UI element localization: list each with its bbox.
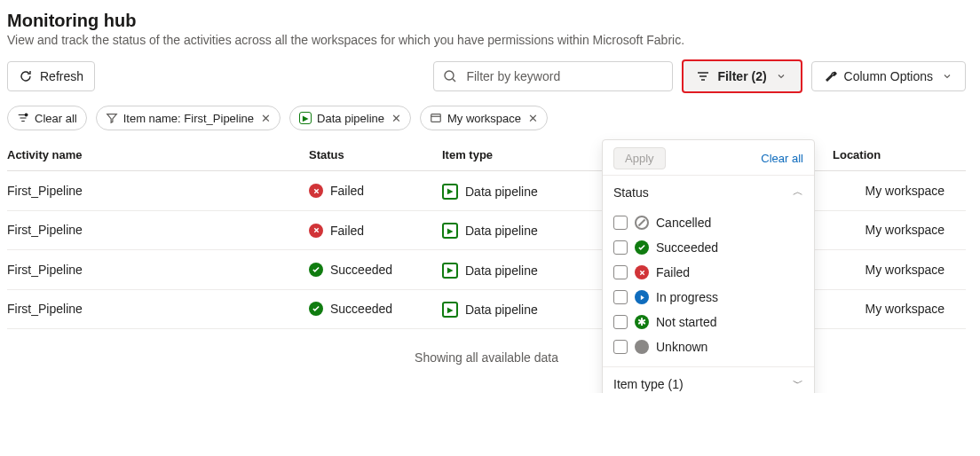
panel-section-itemtype[interactable]: Item type (1) ﹀ [603, 366, 814, 393]
column-options-button[interactable]: Column Options [811, 61, 966, 91]
status-option-label: Unknown [656, 340, 707, 354]
refresh-icon [19, 69, 33, 83]
status-badge-icon [309, 302, 323, 316]
search-input-wrapper[interactable] [433, 61, 673, 91]
status-option-inprogress[interactable]: In progress [613, 285, 803, 310]
column-options-label: Column Options [844, 69, 933, 83]
checkbox[interactable] [613, 315, 628, 329]
status-option-notstarted[interactable]: ✱Not started [613, 310, 803, 334]
cell-activity-name: First_Pipeline [7, 210, 309, 250]
table-row[interactable]: First_PipelineFailedData pipeline4:15 PM… [7, 210, 966, 250]
status-option-icon: ✱ [635, 315, 649, 329]
pipeline-icon [442, 184, 458, 200]
cell-item-type: Data pipeline [465, 185, 538, 199]
pipeline-icon [442, 263, 458, 279]
cell-location: My workspace [833, 289, 966, 329]
close-icon[interactable]: ✕ [528, 112, 538, 125]
checkbox[interactable] [613, 340, 628, 354]
filter-chip-workspace[interactable]: My workspace ✕ [420, 106, 548, 130]
cell-location: My workspace [833, 250, 966, 290]
status-option-icon [635, 265, 649, 279]
apply-button[interactable]: Apply [613, 147, 666, 169]
close-icon[interactable]: ✕ [261, 112, 271, 125]
pipeline-icon [299, 112, 312, 124]
page-title: Monitoring hub [7, 11, 966, 31]
table-row[interactable]: First_PipelineSucceededData pipeline6:08… [7, 289, 966, 329]
panel-section-status[interactable]: Status ︿ [603, 175, 814, 208]
status-option-label: Cancelled [656, 216, 711, 230]
filter-chip-icon [106, 112, 118, 124]
search-icon [443, 69, 457, 83]
status-option-icon [635, 290, 649, 304]
chevron-up-icon: ︿ [793, 185, 803, 200]
status-option-failed[interactable]: Failed [613, 260, 803, 285]
col-header-activity[interactable]: Activity name [7, 139, 309, 171]
filter-chip-label: My workspace [447, 112, 521, 125]
checkbox[interactable] [613, 240, 628, 255]
panel-section-itemtype-label: Item type (1) [613, 377, 684, 391]
cell-location: My workspace [833, 171, 966, 211]
status-option-label: Not started [656, 315, 716, 329]
clear-all-label: Clear all [35, 112, 77, 125]
cell-activity-name: First_Pipeline [7, 171, 309, 211]
search-input[interactable] [464, 68, 663, 84]
filter-chip-datapipeline[interactable]: Data pipeline ✕ [289, 106, 411, 130]
svg-rect-2 [431, 114, 441, 122]
cell-activity-name: First_Pipeline [7, 289, 309, 329]
refresh-label: Refresh [40, 69, 83, 83]
filter-label: Filter (2) [717, 69, 766, 83]
checkbox[interactable] [613, 290, 628, 304]
cell-status: Succeeded [330, 302, 392, 316]
col-header-location[interactable]: Location [833, 139, 966, 171]
col-header-status[interactable]: Status [309, 139, 442, 171]
chevron-down-icon: ﹀ [793, 376, 803, 391]
status-option-label: In progress [656, 290, 718, 304]
status-option-label: Succeeded [656, 240, 718, 255]
svg-point-1 [25, 114, 28, 117]
cell-item-type: Data pipeline [465, 224, 538, 238]
checkbox[interactable] [613, 265, 628, 279]
filter-chip-itemname[interactable]: Item name: First_Pipeline ✕ [96, 106, 281, 130]
cell-item-type: Data pipeline [465, 263, 538, 278]
status-badge-icon [309, 263, 323, 277]
close-icon[interactable]: ✕ [391, 112, 401, 125]
cell-activity-name: First_Pipeline [7, 250, 309, 290]
refresh-button[interactable]: Refresh [7, 61, 95, 91]
status-option-icon [635, 340, 649, 354]
panel-section-status-label: Status [613, 185, 649, 200]
filter-panel: Apply Clear all Status ︿ CancelledSuccee… [602, 139, 815, 393]
cell-status: Failed [330, 224, 364, 238]
cell-item-type: Data pipeline [465, 303, 538, 317]
cell-location: My workspace [833, 210, 966, 250]
table-row[interactable]: First_PipelineSucceededData pipeline3:42… [7, 250, 966, 290]
wrench-icon [823, 69, 837, 83]
filter-icon [696, 69, 710, 83]
footer-message: Showing all available data [7, 329, 966, 372]
col-header-itemtype[interactable]: Item type [442, 139, 602, 171]
svg-point-0 [445, 71, 454, 80]
status-option-label: Failed [656, 265, 690, 279]
filter-button[interactable]: Filter (2) [682, 59, 802, 93]
pipeline-icon [442, 302, 458, 318]
chevron-down-icon [940, 69, 954, 83]
status-option-succeeded[interactable]: Succeeded [613, 235, 803, 260]
status-option-unknown[interactable]: Unknown [613, 334, 803, 359]
activities-table: Activity name Status Item type Start Loc… [7, 139, 966, 329]
status-badge-icon [309, 224, 323, 238]
status-option-cancelled[interactable]: Cancelled [613, 210, 803, 235]
status-badge-icon [309, 184, 323, 198]
page-subtitle: View and track the status of the activit… [7, 33, 966, 47]
cell-status: Failed [330, 184, 364, 198]
table-row[interactable]: First_PipelineFailedData pipeline3:40 PM… [7, 171, 966, 211]
pipeline-icon [442, 223, 458, 239]
panel-clear-all-link[interactable]: Clear all [761, 152, 803, 165]
checkbox[interactable] [613, 216, 628, 230]
workspace-icon [430, 112, 442, 124]
status-option-icon [635, 240, 649, 255]
cell-status: Succeeded [330, 263, 392, 277]
filter-chip-label: Data pipeline [317, 112, 384, 125]
status-option-icon [635, 216, 649, 230]
chevron-down-icon [774, 69, 788, 83]
clear-all-chip[interactable]: Clear all [7, 106, 87, 130]
filter-chip-label: Item name: First_Pipeline [123, 112, 254, 125]
